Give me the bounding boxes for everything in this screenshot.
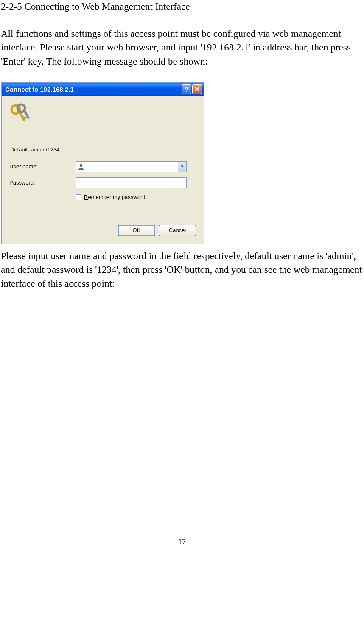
dialog-body: Default: admin/1234 User name: ▼ [2,96,204,244]
remember-checkbox[interactable] [76,194,81,200]
password-input[interactable] [76,177,187,188]
username-input[interactable]: ▼ [76,161,187,172]
cancel-button[interactable]: Cancel [159,225,196,236]
svg-point-5 [80,164,82,167]
help-button[interactable]: ? [182,84,191,94]
dialog-title: Connect to 192.168.2.1 [5,85,74,94]
page-number: 17 [0,537,364,547]
remember-label: Remember my password [84,194,146,201]
username-label: User name: [9,163,76,171]
user-icon [76,162,86,172]
ok-button[interactable]: OK [118,225,155,236]
default-credentials-text: Default: admin/1234 [10,146,196,154]
dropdown-arrow-icon[interactable]: ▼ [178,162,186,172]
titlebar-buttons: ? ✕ [182,84,202,94]
remember-row: Remember my password [76,194,196,201]
dialog-screenshot: Connect to 192.168.2.1 ? ✕ [1,82,204,244]
close-icon: ✕ [194,85,200,94]
button-row: OK Cancel [9,225,196,236]
password-row: Password: [9,177,196,188]
intro-paragraph: All functions and settings of this acces… [1,27,363,68]
auth-dialog: Connect to 192.168.2.1 ? ✕ [1,82,204,244]
closing-paragraph: Please input user name and password in t… [1,250,363,291]
dialog-titlebar: Connect to 192.168.2.1 ? ✕ [2,83,204,96]
close-button[interactable]: ✕ [192,84,202,94]
keys-icon [9,103,31,126]
username-row: User name: ▼ [9,161,196,172]
dialog-header-section [9,103,196,126]
password-label: Password: [9,179,76,187]
section-title: 2-2-5 Connecting to Web Management Inter… [1,0,363,14]
